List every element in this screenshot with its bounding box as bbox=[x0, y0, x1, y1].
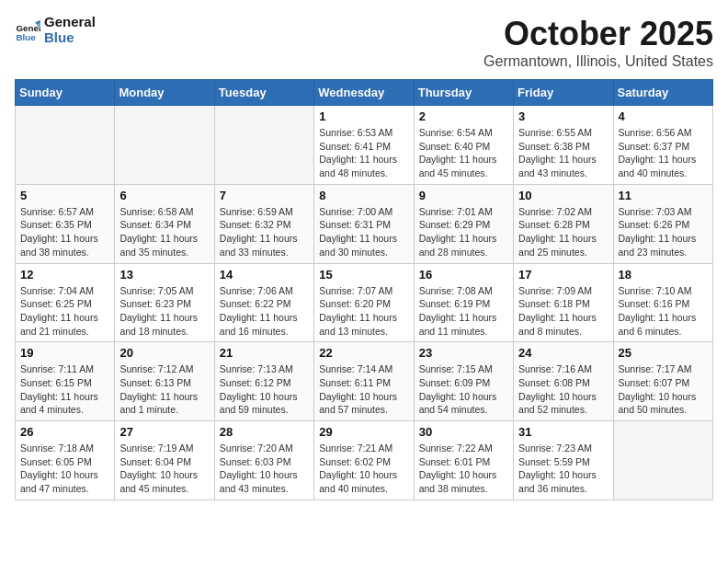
day-info: Sunrise: 7:16 AM Sunset: 6:08 PM Dayligh… bbox=[518, 362, 608, 417]
weekday-header: Monday bbox=[115, 80, 214, 106]
calendar-week-row: 12Sunrise: 7:04 AM Sunset: 6:25 PM Dayli… bbox=[16, 263, 713, 342]
page-header: General Blue General Blue October 2025 G… bbox=[15, 15, 713, 70]
day-number: 10 bbox=[518, 189, 608, 202]
day-info: Sunrise: 6:54 AM Sunset: 6:40 PM Dayligh… bbox=[419, 126, 508, 180]
day-info: Sunrise: 7:00 AM Sunset: 6:31 PM Dayligh… bbox=[319, 205, 408, 259]
day-info: Sunrise: 7:17 AM Sunset: 6:07 PM Dayligh… bbox=[619, 362, 708, 417]
day-number: 14 bbox=[220, 268, 309, 282]
calendar-cell: 6Sunrise: 6:58 AM Sunset: 6:34 PM Daylig… bbox=[115, 184, 214, 263]
day-number: 16 bbox=[419, 268, 508, 282]
day-number: 5 bbox=[20, 189, 109, 202]
day-number: 11 bbox=[619, 189, 708, 202]
day-number: 25 bbox=[619, 346, 708, 360]
calendar-cell: 5Sunrise: 6:57 AM Sunset: 6:35 PM Daylig… bbox=[16, 184, 115, 263]
calendar-cell: 22Sunrise: 7:14 AM Sunset: 6:11 PM Dayli… bbox=[314, 342, 414, 421]
day-info: Sunrise: 6:59 AM Sunset: 6:32 PM Dayligh… bbox=[220, 205, 309, 259]
day-info: Sunrise: 6:56 AM Sunset: 6:37 PM Dayligh… bbox=[619, 126, 708, 180]
day-number: 15 bbox=[319, 268, 408, 282]
day-info: Sunrise: 7:11 AM Sunset: 6:15 PM Dayligh… bbox=[20, 362, 109, 417]
day-info: Sunrise: 7:06 AM Sunset: 6:22 PM Dayligh… bbox=[220, 284, 309, 339]
location-title: Germantown, Illinois, United States bbox=[483, 53, 713, 70]
day-info: Sunrise: 7:20 AM Sunset: 6:03 PM Dayligh… bbox=[220, 442, 309, 496]
day-number: 17 bbox=[518, 268, 608, 282]
day-info: Sunrise: 7:14 AM Sunset: 6:11 PM Dayligh… bbox=[319, 362, 408, 417]
day-number: 3 bbox=[518, 109, 608, 123]
day-number: 28 bbox=[220, 425, 309, 439]
calendar-cell: 2Sunrise: 6:54 AM Sunset: 6:40 PM Daylig… bbox=[414, 106, 513, 185]
logo: General Blue General Blue bbox=[15, 15, 96, 45]
day-info: Sunrise: 7:13 AM Sunset: 6:12 PM Dayligh… bbox=[220, 362, 309, 417]
day-number: 1 bbox=[319, 109, 408, 123]
calendar-cell: 15Sunrise: 7:07 AM Sunset: 6:20 PM Dayli… bbox=[314, 263, 414, 342]
calendar-cell: 18Sunrise: 7:10 AM Sunset: 6:16 PM Dayli… bbox=[613, 263, 712, 342]
calendar-cell: 27Sunrise: 7:19 AM Sunset: 6:04 PM Dayli… bbox=[115, 421, 214, 500]
calendar-cell: 19Sunrise: 7:11 AM Sunset: 6:15 PM Dayli… bbox=[16, 342, 115, 421]
calendar-cell: 30Sunrise: 7:22 AM Sunset: 6:01 PM Dayli… bbox=[414, 421, 513, 500]
day-number: 8 bbox=[319, 189, 408, 202]
calendar-cell: 23Sunrise: 7:15 AM Sunset: 6:09 PM Dayli… bbox=[414, 342, 513, 421]
calendar-cell: 12Sunrise: 7:04 AM Sunset: 6:25 PM Dayli… bbox=[16, 263, 115, 342]
weekday-header: Thursday bbox=[414, 80, 513, 106]
day-number: 27 bbox=[119, 425, 209, 439]
calendar-table: SundayMondayTuesdayWednesdayThursdayFrid… bbox=[15, 79, 713, 500]
day-number: 30 bbox=[419, 425, 508, 439]
calendar-week-row: 1Sunrise: 6:53 AM Sunset: 6:41 PM Daylig… bbox=[16, 106, 713, 185]
calendar-week-row: 5Sunrise: 6:57 AM Sunset: 6:35 PM Daylig… bbox=[16, 184, 713, 263]
day-number: 4 bbox=[619, 109, 708, 123]
day-number: 2 bbox=[419, 109, 508, 123]
day-info: Sunrise: 6:55 AM Sunset: 6:38 PM Dayligh… bbox=[518, 126, 608, 180]
logo-icon: General Blue bbox=[15, 17, 40, 43]
day-info: Sunrise: 7:03 AM Sunset: 6:26 PM Dayligh… bbox=[619, 205, 708, 259]
calendar-cell: 4Sunrise: 6:56 AM Sunset: 6:37 PM Daylig… bbox=[613, 106, 712, 185]
logo-line1: General bbox=[44, 15, 96, 30]
day-number: 26 bbox=[20, 425, 109, 439]
day-number: 20 bbox=[119, 346, 209, 360]
calendar-cell: 17Sunrise: 7:09 AM Sunset: 6:18 PM Dayli… bbox=[514, 263, 613, 342]
day-number: 13 bbox=[119, 268, 209, 282]
calendar-cell bbox=[613, 421, 712, 500]
calendar-cell: 31Sunrise: 7:23 AM Sunset: 5:59 PM Dayli… bbox=[514, 421, 613, 500]
day-info: Sunrise: 6:58 AM Sunset: 6:34 PM Dayligh… bbox=[119, 205, 209, 259]
day-number: 24 bbox=[518, 346, 608, 360]
calendar-cell: 26Sunrise: 7:18 AM Sunset: 6:05 PM Dayli… bbox=[16, 421, 115, 500]
day-number: 7 bbox=[220, 189, 309, 202]
calendar-cell: 29Sunrise: 7:21 AM Sunset: 6:02 PM Dayli… bbox=[314, 421, 414, 500]
calendar-week-row: 26Sunrise: 7:18 AM Sunset: 6:05 PM Dayli… bbox=[16, 421, 713, 500]
title-block: October 2025 Germantown, Illinois, Unite… bbox=[483, 15, 713, 70]
weekday-header: Tuesday bbox=[214, 80, 313, 106]
day-number: 29 bbox=[319, 425, 408, 439]
day-info: Sunrise: 7:15 AM Sunset: 6:09 PM Dayligh… bbox=[419, 362, 508, 417]
day-info: Sunrise: 7:02 AM Sunset: 6:28 PM Dayligh… bbox=[518, 205, 608, 259]
day-info: Sunrise: 7:23 AM Sunset: 5:59 PM Dayligh… bbox=[518, 442, 608, 496]
day-info: Sunrise: 7:18 AM Sunset: 6:05 PM Dayligh… bbox=[20, 442, 109, 496]
svg-text:Blue: Blue bbox=[16, 32, 36, 42]
calendar-cell: 28Sunrise: 7:20 AM Sunset: 6:03 PM Dayli… bbox=[214, 421, 313, 500]
calendar-cell: 25Sunrise: 7:17 AM Sunset: 6:07 PM Dayli… bbox=[613, 342, 712, 421]
calendar-cell bbox=[16, 106, 115, 185]
day-number: 31 bbox=[518, 425, 608, 439]
weekday-header: Wednesday bbox=[314, 80, 414, 106]
day-info: Sunrise: 7:05 AM Sunset: 6:23 PM Dayligh… bbox=[119, 284, 209, 339]
calendar-cell: 7Sunrise: 6:59 AM Sunset: 6:32 PM Daylig… bbox=[214, 184, 313, 263]
calendar-cell: 13Sunrise: 7:05 AM Sunset: 6:23 PM Dayli… bbox=[115, 263, 214, 342]
day-info: Sunrise: 7:07 AM Sunset: 6:20 PM Dayligh… bbox=[319, 284, 408, 339]
calendar-week-row: 19Sunrise: 7:11 AM Sunset: 6:15 PM Dayli… bbox=[16, 342, 713, 421]
day-number: 19 bbox=[20, 346, 109, 360]
day-info: Sunrise: 7:09 AM Sunset: 6:18 PM Dayligh… bbox=[518, 284, 608, 339]
calendar-cell: 8Sunrise: 7:00 AM Sunset: 6:31 PM Daylig… bbox=[314, 184, 414, 263]
day-number: 22 bbox=[319, 346, 408, 360]
day-info: Sunrise: 7:10 AM Sunset: 6:16 PM Dayligh… bbox=[619, 284, 708, 339]
month-title: October 2025 bbox=[483, 15, 713, 53]
day-info: Sunrise: 7:01 AM Sunset: 6:29 PM Dayligh… bbox=[419, 205, 508, 259]
weekday-header: Friday bbox=[514, 80, 613, 106]
calendar-cell: 16Sunrise: 7:08 AM Sunset: 6:19 PM Dayli… bbox=[414, 263, 513, 342]
day-number: 18 bbox=[619, 268, 708, 282]
day-number: 9 bbox=[419, 189, 508, 202]
logo-line2: Blue bbox=[44, 30, 96, 46]
day-info: Sunrise: 7:21 AM Sunset: 6:02 PM Dayligh… bbox=[319, 442, 408, 496]
calendar-cell: 9Sunrise: 7:01 AM Sunset: 6:29 PM Daylig… bbox=[414, 184, 513, 263]
calendar-cell: 11Sunrise: 7:03 AM Sunset: 6:26 PM Dayli… bbox=[613, 184, 712, 263]
calendar-cell: 24Sunrise: 7:16 AM Sunset: 6:08 PM Dayli… bbox=[514, 342, 613, 421]
calendar-header-row: SundayMondayTuesdayWednesdayThursdayFrid… bbox=[16, 80, 713, 106]
day-info: Sunrise: 7:08 AM Sunset: 6:19 PM Dayligh… bbox=[419, 284, 508, 339]
